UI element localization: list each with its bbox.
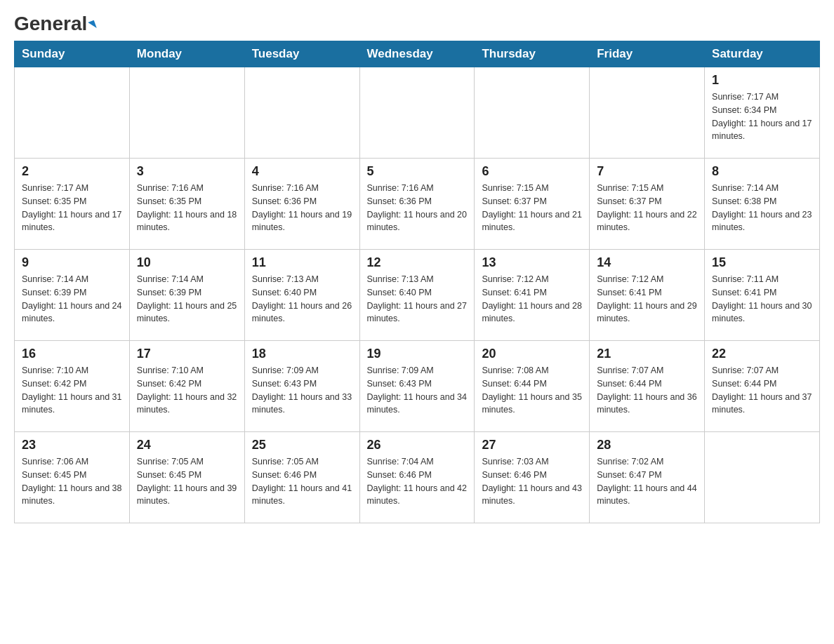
- day-info: Sunrise: 7:10 AM Sunset: 6:42 PM Dayligh…: [22, 364, 122, 417]
- day-cell: 22Sunrise: 7:07 AM Sunset: 6:44 PM Dayli…: [705, 341, 820, 432]
- day-cell: 27Sunrise: 7:03 AM Sunset: 6:46 PM Dayli…: [475, 432, 590, 523]
- day-number: 26: [367, 438, 468, 452]
- day-cell: 12Sunrise: 7:13 AM Sunset: 6:40 PM Dayli…: [359, 250, 475, 341]
- day-number: 23: [22, 438, 122, 452]
- day-cell: 6Sunrise: 7:15 AM Sunset: 6:37 PM Daylig…: [475, 159, 590, 250]
- header-cell-thursday: Thursday: [475, 41, 590, 67]
- day-cell: 23Sunrise: 7:06 AM Sunset: 6:45 PM Dayli…: [15, 432, 130, 523]
- day-number: 22: [712, 347, 812, 361]
- day-info: Sunrise: 7:09 AM Sunset: 6:43 PM Dayligh…: [252, 364, 352, 417]
- logo-general-text: General: [14, 14, 95, 34]
- week-row-3: 9Sunrise: 7:14 AM Sunset: 6:39 PM Daylig…: [15, 250, 820, 341]
- week-row-4: 16Sunrise: 7:10 AM Sunset: 6:42 PM Dayli…: [15, 341, 820, 432]
- day-number: 17: [137, 347, 237, 361]
- day-cell: 16Sunrise: 7:10 AM Sunset: 6:42 PM Dayli…: [15, 341, 130, 432]
- day-cell: 4Sunrise: 7:16 AM Sunset: 6:36 PM Daylig…: [244, 159, 359, 250]
- calendar-body: 1Sunrise: 7:17 AM Sunset: 6:34 PM Daylig…: [15, 67, 820, 523]
- day-cell: 8Sunrise: 7:14 AM Sunset: 6:38 PM Daylig…: [705, 159, 820, 250]
- day-cell: 24Sunrise: 7:05 AM Sunset: 6:45 PM Dayli…: [129, 432, 244, 523]
- day-number: 5: [367, 164, 468, 179]
- day-number: 12: [367, 255, 468, 270]
- day-number: 13: [482, 255, 582, 270]
- day-cell: 26Sunrise: 7:04 AM Sunset: 6:46 PM Dayli…: [359, 432, 475, 523]
- day-info: Sunrise: 7:05 AM Sunset: 6:46 PM Dayligh…: [252, 455, 352, 508]
- day-cell: 1Sunrise: 7:17 AM Sunset: 6:34 PM Daylig…: [705, 67, 820, 159]
- day-cell: [475, 67, 590, 159]
- day-info: Sunrise: 7:10 AM Sunset: 6:42 PM Dayligh…: [137, 364, 237, 417]
- day-cell: 25Sunrise: 7:05 AM Sunset: 6:46 PM Dayli…: [244, 432, 359, 523]
- logo-arrow-icon: [88, 20, 98, 29]
- day-info: Sunrise: 7:14 AM Sunset: 6:38 PM Dayligh…: [712, 182, 812, 234]
- day-cell: 15Sunrise: 7:11 AM Sunset: 6:41 PM Dayli…: [705, 250, 820, 341]
- day-number: 25: [252, 438, 352, 452]
- page-header: General: [14, 14, 820, 34]
- day-cell: [129, 67, 244, 159]
- header-cell-monday: Monday: [129, 41, 244, 67]
- day-cell: 19Sunrise: 7:09 AM Sunset: 6:43 PM Dayli…: [359, 341, 475, 432]
- day-cell: 10Sunrise: 7:14 AM Sunset: 6:39 PM Dayli…: [129, 250, 244, 341]
- day-number: 8: [712, 164, 812, 179]
- day-info: Sunrise: 7:12 AM Sunset: 6:41 PM Dayligh…: [597, 273, 697, 326]
- day-info: Sunrise: 7:17 AM Sunset: 6:35 PM Dayligh…: [22, 182, 122, 234]
- day-info: Sunrise: 7:03 AM Sunset: 6:46 PM Dayligh…: [482, 455, 582, 508]
- week-row-1: 1Sunrise: 7:17 AM Sunset: 6:34 PM Daylig…: [15, 67, 820, 159]
- day-info: Sunrise: 7:06 AM Sunset: 6:45 PM Dayligh…: [22, 455, 122, 508]
- day-info: Sunrise: 7:14 AM Sunset: 6:39 PM Dayligh…: [22, 273, 122, 326]
- day-info: Sunrise: 7:16 AM Sunset: 6:36 PM Dayligh…: [367, 182, 468, 234]
- day-number: 1: [712, 73, 812, 88]
- day-number: 21: [597, 347, 697, 361]
- day-number: 27: [482, 438, 582, 452]
- day-number: 4: [252, 164, 352, 179]
- day-cell: 17Sunrise: 7:10 AM Sunset: 6:42 PM Dayli…: [129, 341, 244, 432]
- header-cell-wednesday: Wednesday: [359, 41, 475, 67]
- day-cell: [15, 67, 130, 159]
- day-info: Sunrise: 7:13 AM Sunset: 6:40 PM Dayligh…: [367, 273, 468, 326]
- logo: General: [14, 14, 95, 34]
- day-cell: 2Sunrise: 7:17 AM Sunset: 6:35 PM Daylig…: [15, 159, 130, 250]
- day-number: 19: [367, 347, 468, 361]
- day-number: 3: [137, 164, 237, 179]
- calendar-table: SundayMondayTuesdayWednesdayThursdayFrid…: [14, 41, 820, 523]
- day-number: 18: [252, 347, 352, 361]
- header-cell-saturday: Saturday: [705, 41, 820, 67]
- day-info: Sunrise: 7:15 AM Sunset: 6:37 PM Dayligh…: [597, 182, 697, 234]
- day-cell: [705, 432, 820, 523]
- day-cell: 7Sunrise: 7:15 AM Sunset: 6:37 PM Daylig…: [590, 159, 705, 250]
- day-number: 20: [482, 347, 582, 361]
- day-number: 11: [252, 255, 352, 270]
- day-info: Sunrise: 7:07 AM Sunset: 6:44 PM Dayligh…: [712, 364, 812, 417]
- day-cell: 14Sunrise: 7:12 AM Sunset: 6:41 PM Dayli…: [590, 250, 705, 341]
- day-number: 14: [597, 255, 697, 270]
- day-cell: 11Sunrise: 7:13 AM Sunset: 6:40 PM Dayli…: [244, 250, 359, 341]
- day-number: 28: [597, 438, 697, 452]
- day-cell: 21Sunrise: 7:07 AM Sunset: 6:44 PM Dayli…: [590, 341, 705, 432]
- day-info: Sunrise: 7:12 AM Sunset: 6:41 PM Dayligh…: [482, 273, 582, 326]
- day-info: Sunrise: 7:11 AM Sunset: 6:41 PM Dayligh…: [712, 273, 812, 326]
- day-info: Sunrise: 7:09 AM Sunset: 6:43 PM Dayligh…: [367, 364, 468, 417]
- day-cell: 28Sunrise: 7:02 AM Sunset: 6:47 PM Dayli…: [590, 432, 705, 523]
- header-cell-friday: Friday: [590, 41, 705, 67]
- day-number: 6: [482, 164, 582, 179]
- day-number: 16: [22, 347, 122, 361]
- header-row: SundayMondayTuesdayWednesdayThursdayFrid…: [15, 41, 820, 67]
- day-cell: 9Sunrise: 7:14 AM Sunset: 6:39 PM Daylig…: [15, 250, 130, 341]
- header-cell-tuesday: Tuesday: [244, 41, 359, 67]
- calendar-header: SundayMondayTuesdayWednesdayThursdayFrid…: [15, 41, 820, 67]
- day-cell: [359, 67, 475, 159]
- day-cell: 20Sunrise: 7:08 AM Sunset: 6:44 PM Dayli…: [475, 341, 590, 432]
- day-number: 9: [22, 255, 122, 270]
- day-number: 7: [597, 164, 697, 179]
- day-cell: 5Sunrise: 7:16 AM Sunset: 6:36 PM Daylig…: [359, 159, 475, 250]
- day-number: 2: [22, 164, 122, 179]
- day-info: Sunrise: 7:16 AM Sunset: 6:36 PM Dayligh…: [252, 182, 352, 234]
- day-info: Sunrise: 7:05 AM Sunset: 6:45 PM Dayligh…: [137, 455, 237, 508]
- week-row-5: 23Sunrise: 7:06 AM Sunset: 6:45 PM Dayli…: [15, 432, 820, 523]
- day-info: Sunrise: 7:02 AM Sunset: 6:47 PM Dayligh…: [597, 455, 697, 508]
- day-info: Sunrise: 7:04 AM Sunset: 6:46 PM Dayligh…: [367, 455, 468, 508]
- day-info: Sunrise: 7:16 AM Sunset: 6:35 PM Dayligh…: [137, 182, 237, 234]
- day-number: 24: [137, 438, 237, 452]
- header-cell-sunday: Sunday: [15, 41, 130, 67]
- day-number: 10: [137, 255, 237, 270]
- day-info: Sunrise: 7:17 AM Sunset: 6:34 PM Dayligh…: [712, 90, 812, 143]
- day-info: Sunrise: 7:08 AM Sunset: 6:44 PM Dayligh…: [482, 364, 582, 417]
